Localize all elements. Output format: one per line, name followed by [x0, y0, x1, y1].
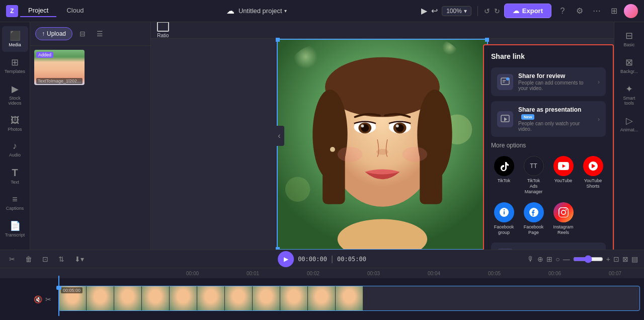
comments-button[interactable]: ▤	[631, 255, 638, 263]
right-item-animate[interactable]: ▷ Animat...	[616, 111, 642, 137]
sidebar-item-transcript[interactable]: 📄 Transcript	[2, 216, 28, 242]
ruler-mark-1: 00:01	[247, 271, 307, 276]
zoom-out-button[interactable]: —	[563, 255, 570, 263]
zoom-slider[interactable]	[573, 255, 603, 263]
track-frames[interactable]: 00:05:00	[58, 286, 640, 311]
download-tool-button[interactable]: ⬇▾	[71, 253, 87, 265]
share-review-desc: People can add comments to your video.	[518, 80, 593, 91]
flip-tool-button[interactable]: ⇅	[55, 253, 67, 265]
platform-tiktok[interactable]: TikTok	[491, 154, 517, 196]
upload-button[interactable]: ↑ Upload	[35, 27, 72, 40]
collapse-button[interactable]: ‹	[274, 126, 284, 146]
frame-8	[280, 286, 308, 311]
zoom-control[interactable]: 100% ▾	[442, 6, 471, 16]
fit-button[interactable]: ○	[555, 255, 559, 263]
sidebar-item-templates[interactable]: ⊞ Templates	[2, 53, 28, 78]
layout-button[interactable]: ⊠	[622, 255, 628, 263]
sidebar-item-stickers[interactable]: ✦ Stickers	[2, 243, 28, 250]
grid-view-button[interactable]: ⊟	[75, 27, 90, 40]
background-icon: ⊠	[625, 57, 633, 68]
frame-5	[197, 286, 225, 311]
crop-tool-button[interactable]: ⊡	[39, 253, 51, 265]
fullscreen-button[interactable]: ⊡	[613, 255, 619, 263]
scissors-button[interactable]: ✂	[45, 295, 51, 303]
logo[interactable]: Z	[6, 5, 18, 17]
redo-button[interactable]: ↻	[494, 7, 500, 15]
delete-tool-button[interactable]: 🗑	[22, 253, 35, 265]
canvas-wrapper	[277, 39, 488, 250]
top-bar-right: ▶ ↩ 100% ▾ ↺ ↻ ☁ Export ? ⚙ ⋯ ⊞	[421, 4, 638, 18]
rewind-button[interactable]: ↩	[431, 6, 438, 16]
facebook-group-label: Facebook group	[493, 224, 515, 235]
right-item-basic[interactable]: ⊟ Basic	[616, 26, 642, 52]
layout-icon[interactable]: ⊞	[607, 4, 621, 18]
export-button[interactable]: ☁ Export	[504, 4, 551, 18]
platform-youtube[interactable]: YouTube	[550, 154, 576, 196]
sidebar-item-captions[interactable]: ≡ Captions	[2, 190, 28, 215]
right-item-smart[interactable]: ✦ Smart tools	[616, 79, 642, 110]
microphone-button[interactable]: 🎙	[527, 255, 534, 263]
media-item-0[interactable]: Added TextToImage_1l202...	[34, 50, 85, 85]
list-view-button[interactable]: ☰	[93, 27, 107, 40]
ruler-mark-2: 00:02	[307, 271, 367, 276]
sidebar-item-stock[interactable]: ▶ Stock videos	[2, 79, 28, 110]
settings-icon[interactable]: ⚙	[573, 4, 587, 18]
platform-youtube-shorts[interactable]: YouTube Shorts	[580, 154, 606, 196]
time-divider: |	[331, 255, 333, 264]
ratio-tool[interactable]: Ratio	[157, 22, 169, 38]
tab-project[interactable]: Project	[20, 5, 56, 17]
preview-play-button[interactable]: ▶	[421, 6, 427, 16]
tab-cloud[interactable]: Cloud	[58, 5, 92, 17]
share-panel: Share link Share for review People can a…	[483, 44, 614, 250]
canvas[interactable]	[277, 39, 488, 250]
mute-button[interactable]: 🔇	[34, 295, 42, 303]
sidebar-item-text[interactable]: T Text	[2, 163, 28, 189]
share-presentation-option[interactable]: Share as presentation New People can onl…	[491, 101, 606, 137]
youtube-shorts-icon	[583, 156, 603, 176]
resize-handle-tr[interactable]	[485, 38, 489, 42]
secondary-sidebar: ↑ Upload ⊟ ☰ Added TextToImage_1l202...	[30, 22, 151, 250]
more-icon[interactable]: ⋯	[590, 4, 604, 18]
grid-button[interactable]: ⊞	[546, 255, 552, 263]
share-for-review-option[interactable]: Share for review People can add comments…	[491, 67, 606, 96]
user-avatar[interactable]	[624, 4, 638, 18]
share-presentation-arrow: ›	[598, 116, 600, 123]
sidebar-item-photos[interactable]: 🖼 Photos	[2, 111, 28, 136]
new-badge: New	[521, 114, 534, 120]
play-pause-button[interactable]: ▶	[278, 251, 294, 267]
project-name[interactable]: Untitled project ▾	[238, 7, 287, 15]
resize-handle-tl[interactable]	[276, 38, 280, 42]
help-icon[interactable]: ?	[555, 4, 570, 18]
frame-4	[170, 286, 197, 311]
share-panel-content: Share link Share for review People can a…	[484, 45, 613, 250]
timeline-ruler: 00:00 00:01 00:02 00:03 00:04 00:05 00:0…	[0, 268, 644, 278]
undo-button[interactable]: ↺	[484, 7, 490, 15]
instagram-icon	[553, 202, 574, 222]
tiktok-ads-icon: TT	[524, 156, 544, 176]
add-track-button[interactable]: ⊕	[537, 255, 543, 263]
platform-facebook-page[interactable]: Facebook Page	[521, 200, 546, 237]
more-options-title: More options	[491, 142, 606, 149]
platform-tiktok-ads[interactable]: TT TikTok Ads Manager	[521, 154, 546, 196]
download-option[interactable]: ⬇ Download ›	[491, 243, 606, 250]
ruler-mark-7: 00:07	[609, 271, 644, 276]
facebook-page-icon	[524, 202, 544, 222]
cut-tool-button[interactable]: ✂	[6, 253, 18, 265]
ruler-mark-5: 00:05	[488, 271, 548, 276]
total-time: 00:05:00	[337, 256, 366, 263]
project-dropdown-arrow: ▾	[284, 8, 287, 14]
platform-facebook-group[interactable]: Facebook group	[491, 200, 517, 237]
right-item-background[interactable]: ⊠ Backgr...	[616, 53, 642, 78]
frame-1	[87, 286, 114, 311]
platform-instagram[interactable]: Instagram Reels	[550, 200, 576, 237]
bottom-area: ✂ 🗑 ⊡ ⇅ ⬇▾ ▶ 00:00:00 | 00:05:00 🎙 ⊕ ⊞ ○…	[0, 250, 644, 320]
animate-label: Animat...	[620, 128, 638, 133]
divider	[477, 6, 478, 16]
sidebar-item-audio[interactable]: ♪ Audio	[2, 137, 28, 162]
sidebar-label-transcript: Transcript	[5, 233, 25, 238]
resize-handle-bl[interactable]	[276, 247, 280, 250]
sidebar-item-media[interactable]: ⬛ Media	[2, 26, 28, 52]
playhead-handle[interactable]	[56, 286, 61, 290]
svg-marker-29	[504, 117, 507, 121]
zoom-in-button[interactable]: +	[606, 255, 610, 263]
